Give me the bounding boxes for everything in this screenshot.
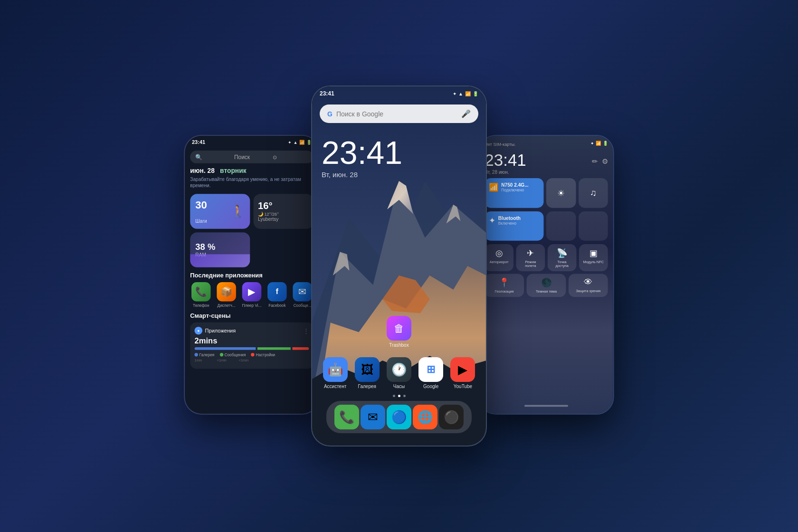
center-phone: 23:41 ✦ ▲ 📶 🔋 G 🎤 23:41 Вт, июн. 28 xyxy=(311,86,487,446)
youtube-label: YouTube xyxy=(454,384,472,389)
control-buttons-row1: ◎ Авториорот ✈ Режим полета 📡 Точка дост… xyxy=(484,244,608,271)
empty-tile-1 xyxy=(546,211,576,241)
google-label: Google xyxy=(423,384,438,389)
center-wifi-icon: ▲ xyxy=(458,91,463,96)
app-assistant[interactable]: 🤖 Ассистент xyxy=(322,357,349,389)
settings-icon[interactable]: ⚙ xyxy=(602,157,608,165)
app-item-player[interactable]: ▶ Плеер Vi... xyxy=(241,282,263,307)
trashbox-icon: 🗑 xyxy=(387,316,411,341)
player-app-label: Плеер Vi... xyxy=(242,303,261,307)
wifi-tile-icon: 📶 xyxy=(489,182,498,192)
app-clock[interactable]: 🕐 Часы xyxy=(385,357,412,389)
dock-camera[interactable]: ⚫ xyxy=(439,405,464,429)
center-app-grid: 🤖 Ассистент 🖼 Галерея 🕐 Часы ⊞ xyxy=(322,357,476,389)
gallery-icon: 🖼 xyxy=(355,357,380,382)
app-gallery[interactable]: 🖼 Галерея xyxy=(353,357,380,389)
app-google[interactable]: ⊞ Google xyxy=(418,357,445,389)
legend-settings: Настройки xyxy=(251,352,276,357)
legend-gallery: Галерея xyxy=(194,352,214,357)
combined-progress xyxy=(194,347,309,350)
assistant-icon: 🤖 xyxy=(323,357,348,382)
left-date-day: июн. 28 xyxy=(190,167,215,174)
right-phone: Нет SIM-карты. ✦ 📶 🔋 23:41 Вт, 28 июн. ✏… xyxy=(478,135,614,415)
bluetooth-tile[interactable]: ✦ Bluetooth Включено xyxy=(484,211,543,241)
wifi-tile[interactable]: 📶 N750 2.4G... Подключено xyxy=(484,178,543,208)
left-search-bar[interactable]: 🔍 Поиск ⊙ xyxy=(190,151,313,163)
edit-icon[interactable]: ✏ xyxy=(592,157,598,165)
nfc-tile[interactable]: ▣ Модуль NFC xyxy=(579,244,608,271)
geo-tile[interactable]: 📍 Геолокация xyxy=(484,274,524,297)
geo-icon: 📍 xyxy=(499,277,510,288)
center-content: 23:41 ✦ ▲ 📶 🔋 G 🎤 23:41 Вт, июн. 28 xyxy=(312,86,486,446)
recent-apps-row: 📞 Телефон 📦 Диспетч... ▶ Плеер Vi... f F… xyxy=(190,282,313,307)
right-status-icons: ✦ 📶 🔋 xyxy=(590,141,608,146)
trashbox-app[interactable]: 🗑 Trashbox xyxy=(387,316,411,348)
eye-protect-tile[interactable]: 👁 Защита зрения xyxy=(569,274,608,297)
music-tile[interactable]: ♫ xyxy=(579,178,608,208)
center-bt-icon: ✦ xyxy=(453,91,456,96)
disp-app-icon: 📦 xyxy=(217,282,236,301)
hotspot-tile[interactable]: 📡 Точка доступа xyxy=(548,244,577,271)
brightness-tile[interactable]: ☀ xyxy=(546,178,576,208)
google-icon: ⊞ xyxy=(418,357,443,382)
steps-label: Шаги xyxy=(195,218,245,224)
bt-tile-sub: Включено xyxy=(498,221,521,225)
clock-label: Часы xyxy=(393,384,405,389)
center-search-bar[interactable]: G 🎤 xyxy=(320,104,478,123)
airplane-icon: ✈ xyxy=(527,247,534,258)
gallery-label: Галерея xyxy=(358,384,376,389)
dock-chrome[interactable]: 🌐 xyxy=(413,405,437,429)
smart-card-title-text: Приложения xyxy=(205,328,236,334)
center-status-icons: ✦ ▲ 📶 🔋 xyxy=(453,91,478,96)
nfc-icon: ▣ xyxy=(589,247,598,258)
fb-app-icon: f xyxy=(267,282,286,301)
bt-tile-icon: ✦ xyxy=(489,216,495,225)
app-item-disp[interactable]: 📦 Диспетч... xyxy=(216,282,238,307)
bt-tile-title: Bluetooth xyxy=(498,216,521,221)
right-clock-section: 23:41 Вт, 28 июн. ✏ ⚙ xyxy=(484,152,608,175)
legend-msg-label: Сообщения xyxy=(225,352,246,357)
left-time: 23:41 xyxy=(192,139,205,145)
search-placeholder-text: Поиск xyxy=(234,154,269,161)
wifi-tile-sub: Подключено xyxy=(501,188,528,192)
app-youtube[interactable]: ▶ YouTube xyxy=(449,357,476,389)
app-item-fb[interactable]: f Facebook xyxy=(266,282,288,307)
dot-1 xyxy=(393,395,395,397)
dot-3 xyxy=(403,395,406,397)
walk-icon: 🚶 xyxy=(230,204,246,218)
geo-label: Геолокация xyxy=(495,290,514,294)
left-phone: 23:41 ✦ ▲ 📶 🔋 🔍 Поиск ⊙ июн. 28 вторник xyxy=(184,135,319,415)
right-content: Нет SIM-карты. ✦ 📶 🔋 23:41 Вт, 28 июн. ✏… xyxy=(479,136,613,414)
phone-app-icon: 📞 xyxy=(191,282,210,301)
smart-card-menu-icon[interactable]: ⋮ xyxy=(303,327,309,334)
autorotate-tile[interactable]: ◎ Авториорот xyxy=(484,244,513,271)
search-icon: 🔍 xyxy=(195,154,230,161)
steps-widget: 30 Шаги 🚶 xyxy=(190,194,250,229)
hotspot-label: Точка доступа xyxy=(551,260,573,268)
app-item-phone[interactable]: 📞 Телефон xyxy=(190,282,212,307)
smart-card-bullet: ● xyxy=(194,327,202,335)
left-status-icons: ✦ ▲ 📶 🔋 xyxy=(288,140,312,145)
dock-blue[interactable]: 🔵 xyxy=(387,405,411,429)
center-status-bar: 23:41 ✦ ▲ 📶 🔋 xyxy=(312,86,486,99)
legend-gallery-dot xyxy=(194,353,198,356)
center-big-time: 23:41 xyxy=(322,136,476,169)
dark-theme-tile[interactable]: 🌑 Темная тема xyxy=(527,274,566,297)
center-search-input[interactable] xyxy=(336,110,457,118)
progress-gallery xyxy=(194,347,256,350)
autorotate-label: Авториорот xyxy=(490,260,509,264)
dock-phone[interactable]: 📞 xyxy=(334,405,359,429)
smart-time: 2mins xyxy=(194,336,309,345)
wifi-tile-text: N750 2.4G... Подключено xyxy=(501,182,528,192)
right-battery-icon: 🔋 xyxy=(603,141,608,146)
progress-sub-labels: 1min <1min <1min xyxy=(194,359,309,362)
dock-msg[interactable]: ✉ xyxy=(361,405,385,429)
right-date: Вт, 28 июн. xyxy=(484,170,526,175)
app-item-msg[interactable]: ✉ Сообще... xyxy=(292,282,314,307)
left-date-section: июн. 28 вторник Зарабатывайте благодаря … xyxy=(190,167,313,190)
airplane-label: Режим полета xyxy=(520,260,542,268)
progress-bars: Галерея Сообщения Настройки 1min xyxy=(194,347,309,362)
center-battery-icon: 🔋 xyxy=(473,91,478,96)
airplane-tile[interactable]: ✈ Режим полета xyxy=(516,244,545,271)
weather-range-val: 12°/26° xyxy=(264,212,278,217)
